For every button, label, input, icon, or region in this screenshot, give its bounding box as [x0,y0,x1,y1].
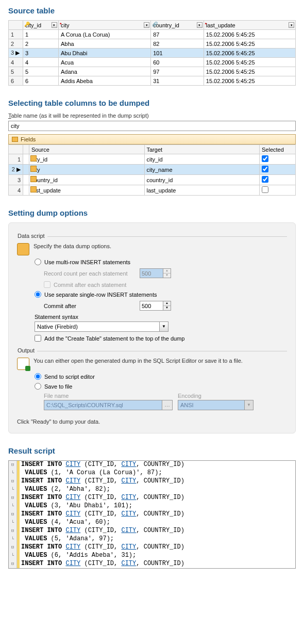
table-row[interactable]: 22Abha8215.02.2006 5:45:25 [9,39,296,49]
selected-checkbox[interactable] [262,186,268,193]
table-row[interactable]: 1city_idcity_id [9,154,296,165]
label-multi-row: Use multi-row INSERT statements [44,259,130,265]
output-desc: You can either open the generated dump i… [17,358,287,364]
label-save-file: Save to file [44,383,72,390]
heading-select-cols: Selecting table columns to be dumped [8,99,304,107]
label-commit-after: Commit after [44,303,137,309]
result-script-editor[interactable]: ⊟INSERT INTO CITY (CITY_ID, CITY, COUNTR… [8,460,296,569]
label-commit-each: Commit after each statement [54,282,126,288]
data-script-icon [17,243,29,255]
column-icon [30,186,37,192]
radio-send-editor[interactable] [35,373,41,380]
commit-after-input[interactable]: ▲▼ [140,301,171,311]
selected-checkbox[interactable] [262,166,268,172]
stmt-syntax-combo[interactable]: ▼ [35,321,168,332]
heading-dump-options: Setting dump options [8,208,304,217]
table-row[interactable]: 11A Corua (La Corua)8715.02.2006 5:45:25 [9,30,296,39]
browse-button: … [162,400,173,410]
col-city[interactable]: * city▾ [58,21,150,30]
filter-dropdown-icon[interactable]: ▾ [289,22,294,28]
table-name-label: Table name (as it will be represented in… [8,112,296,119]
selected-checkbox[interactable] [262,176,268,183]
col-country_id[interactable]: 🔗 country_id▾ [151,21,204,30]
radio-save-file[interactable] [35,383,41,390]
specify-text: Specify the data dump options. [17,243,287,249]
table-row[interactable]: 4last_updatelast_update [9,185,296,196]
filter-dropdown-icon[interactable]: ▾ [197,22,202,28]
column-icon [30,166,37,172]
table-row[interactable]: 3 ▶3Abu Dhabi10115.02.2006 5:45:25 [9,49,296,58]
table-row[interactable]: 3country_idcountry_id [9,175,296,185]
column-icon [30,155,37,162]
table-row[interactable]: 55Adana9715.02.2006 5:45:25 [9,67,296,76]
file-name-input: … [44,400,173,410]
label-single-row: Use separate single-row INSERT statement… [44,292,157,298]
grid-icon [12,137,18,142]
col-city_id[interactable]: 🔑 city_id▾ [23,21,59,30]
label-rec-count: Record count per each statement [44,270,137,277]
cb-add-create[interactable] [35,335,41,342]
options-panel: Data script Specify the data dump option… [8,222,296,433]
label-send-editor: Send to script editor [44,374,95,380]
table-row[interactable]: 2 ▶citycity_name [9,165,296,175]
label-stmt-syntax: Statement syntax [35,314,78,320]
chevron-down-icon[interactable]: ▼ [160,321,168,332]
group-data-script: Data script [15,233,47,239]
heading-result: Result script [8,446,304,455]
radio-single-row[interactable] [35,291,41,298]
table-row[interactable]: 66Addis Abeba3115.02.2006 5:45:25 [9,76,296,86]
col-target: Target [144,145,260,154]
label-add-create: Add the "Create Table" statement to the … [44,335,184,342]
encoding-combo: ▼ [178,400,254,410]
rec-count-input: ▲▼ [140,268,171,278]
chevron-down-icon: ▼ [245,400,254,410]
selected-checkbox[interactable] [262,155,268,162]
radio-multi-row[interactable] [35,259,41,265]
filter-dropdown-icon[interactable]: ▾ [52,22,57,28]
filter-dropdown-icon[interactable]: ▾ [144,22,149,28]
col-source: Source [29,145,145,154]
fields-table: Source Target Selected 1city_idcity_id2 … [8,144,296,196]
fields-bar: Fields [8,134,296,144]
column-icon [30,176,37,182]
col-selected: Selected [260,145,296,154]
footer-text: Click "Ready" to dump your data. [17,418,287,425]
table-name-input[interactable] [8,121,296,131]
cb-commit-each [44,281,50,288]
heading-source: Source table [8,6,304,15]
table-row[interactable]: 44Acua6015.02.2006 5:45:25 [9,58,296,67]
col-last_update[interactable]: * last_update▾ [204,21,295,30]
label-file-name: File name [44,393,173,399]
source-table: 🔑 city_id▾* city▾🔗 country_id▾* last_upd… [8,20,296,86]
output-icon [17,358,29,370]
group-output: Output [15,347,37,353]
label-encoding: Encoding [178,393,254,399]
